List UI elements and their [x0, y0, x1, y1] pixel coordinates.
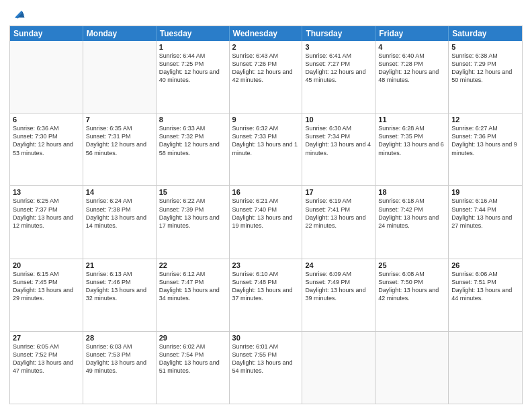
day-cell-24: 24Sunrise: 6:09 AM Sunset: 7:49 PM Dayli…	[302, 259, 375, 331]
empty-cell	[449, 332, 522, 404]
sun-info: Sunrise: 6:10 AM Sunset: 7:48 PM Dayligh…	[232, 270, 300, 303]
sun-info: Sunrise: 6:18 AM Sunset: 7:42 PM Dayligh…	[378, 197, 445, 230]
day-cell-5: 5Sunrise: 6:38 AM Sunset: 7:29 PM Daylig…	[449, 41, 522, 113]
empty-cell	[375, 332, 449, 404]
sun-info: Sunrise: 6:22 AM Sunset: 7:39 PM Dayligh…	[159, 197, 226, 230]
day-number: 26	[451, 261, 519, 269]
day-number: 10	[305, 116, 372, 124]
sun-info: Sunrise: 6:15 AM Sunset: 7:45 PM Dayligh…	[13, 270, 80, 303]
day-cell-7: 7Sunrise: 6:35 AM Sunset: 7:31 PM Daylig…	[83, 113, 157, 185]
sun-info: Sunrise: 6:03 AM Sunset: 7:53 PM Dayligh…	[86, 342, 153, 375]
calendar-row-4: 27Sunrise: 6:05 AM Sunset: 7:52 PM Dayli…	[10, 332, 522, 404]
header	[9, 7, 523, 21]
header-cell-thursday: Thursday	[302, 26, 375, 41]
sun-info: Sunrise: 6:05 AM Sunset: 7:52 PM Dayligh…	[13, 342, 80, 375]
day-cell-18: 18Sunrise: 6:18 AM Sunset: 7:42 PM Dayli…	[375, 186, 449, 258]
sun-info: Sunrise: 6:35 AM Sunset: 7:31 PM Dayligh…	[86, 124, 153, 157]
logo	[9, 7, 26, 21]
sun-info: Sunrise: 6:06 AM Sunset: 7:51 PM Dayligh…	[451, 270, 519, 303]
day-number: 20	[13, 261, 80, 269]
sun-info: Sunrise: 6:27 AM Sunset: 7:36 PM Dayligh…	[451, 124, 519, 157]
sun-info: Sunrise: 6:36 AM Sunset: 7:30 PM Dayligh…	[13, 124, 80, 157]
day-cell-28: 28Sunrise: 6:03 AM Sunset: 7:53 PM Dayli…	[83, 332, 157, 404]
sun-info: Sunrise: 6:02 AM Sunset: 7:54 PM Dayligh…	[159, 342, 226, 375]
day-number: 29	[159, 334, 226, 342]
day-cell-25: 25Sunrise: 6:08 AM Sunset: 7:50 PM Dayli…	[375, 259, 449, 331]
sun-info: Sunrise: 6:21 AM Sunset: 7:40 PM Dayligh…	[232, 197, 300, 230]
calendar-row-0: 1Sunrise: 6:44 AM Sunset: 7:25 PM Daylig…	[10, 41, 522, 113]
day-cell-21: 21Sunrise: 6:13 AM Sunset: 7:46 PM Dayli…	[83, 259, 157, 331]
day-number: 28	[86, 334, 153, 342]
day-cell-8: 8Sunrise: 6:33 AM Sunset: 7:32 PM Daylig…	[157, 113, 230, 185]
sun-info: Sunrise: 6:33 AM Sunset: 7:32 PM Dayligh…	[159, 124, 226, 157]
header-cell-friday: Friday	[375, 26, 449, 41]
day-cell-16: 16Sunrise: 6:21 AM Sunset: 7:40 PM Dayli…	[230, 186, 303, 258]
day-number: 13	[13, 188, 80, 196]
day-number: 9	[232, 116, 300, 124]
day-cell-17: 17Sunrise: 6:19 AM Sunset: 7:41 PM Dayli…	[302, 186, 375, 258]
day-cell-27: 27Sunrise: 6:05 AM Sunset: 7:52 PM Dayli…	[10, 332, 83, 404]
day-cell-3: 3Sunrise: 6:41 AM Sunset: 7:27 PM Daylig…	[302, 41, 375, 113]
sun-info: Sunrise: 6:09 AM Sunset: 7:49 PM Dayligh…	[305, 270, 372, 303]
day-cell-11: 11Sunrise: 6:28 AM Sunset: 7:35 PM Dayli…	[375, 113, 449, 185]
header-cell-saturday: Saturday	[449, 26, 522, 41]
calendar-body: 1Sunrise: 6:44 AM Sunset: 7:25 PM Daylig…	[10, 41, 522, 404]
sun-info: Sunrise: 6:41 AM Sunset: 7:27 PM Dayligh…	[305, 52, 372, 85]
day-number: 2	[232, 43, 300, 51]
day-number: 17	[305, 188, 372, 196]
calendar-row-1: 6Sunrise: 6:36 AM Sunset: 7:30 PM Daylig…	[10, 113, 522, 186]
day-cell-9: 9Sunrise: 6:32 AM Sunset: 7:33 PM Daylig…	[230, 113, 303, 185]
day-cell-20: 20Sunrise: 6:15 AM Sunset: 7:45 PM Dayli…	[10, 259, 83, 331]
calendar-row-2: 13Sunrise: 6:25 AM Sunset: 7:37 PM Dayli…	[10, 186, 522, 259]
day-cell-2: 2Sunrise: 6:43 AM Sunset: 7:26 PM Daylig…	[230, 41, 303, 113]
day-number: 22	[159, 261, 226, 269]
sun-info: Sunrise: 6:16 AM Sunset: 7:44 PM Dayligh…	[451, 197, 519, 230]
header-cell-tuesday: Tuesday	[157, 26, 230, 41]
empty-cell	[83, 41, 157, 113]
day-cell-1: 1Sunrise: 6:44 AM Sunset: 7:25 PM Daylig…	[157, 41, 230, 113]
sun-info: Sunrise: 6:13 AM Sunset: 7:46 PM Dayligh…	[86, 270, 153, 303]
sun-info: Sunrise: 6:32 AM Sunset: 7:33 PM Dayligh…	[232, 124, 300, 157]
sun-info: Sunrise: 6:30 AM Sunset: 7:34 PM Dayligh…	[305, 124, 372, 157]
calendar: SundayMondayTuesdayWednesdayThursdayFrid…	[9, 26, 523, 404]
sun-info: Sunrise: 6:25 AM Sunset: 7:37 PM Dayligh…	[13, 197, 80, 230]
day-number: 19	[451, 188, 519, 196]
day-number: 5	[451, 43, 519, 51]
day-cell-4: 4Sunrise: 6:40 AM Sunset: 7:28 PM Daylig…	[375, 41, 449, 113]
logo-icon	[11, 7, 26, 21]
header-cell-monday: Monday	[83, 26, 157, 41]
day-cell-23: 23Sunrise: 6:10 AM Sunset: 7:48 PM Dayli…	[230, 259, 303, 331]
day-number: 12	[451, 116, 519, 124]
sun-info: Sunrise: 6:43 AM Sunset: 7:26 PM Dayligh…	[232, 52, 300, 85]
header-cell-wednesday: Wednesday	[230, 26, 303, 41]
header-cell-sunday: Sunday	[10, 26, 83, 41]
day-cell-19: 19Sunrise: 6:16 AM Sunset: 7:44 PM Dayli…	[449, 186, 522, 258]
day-cell-6: 6Sunrise: 6:36 AM Sunset: 7:30 PM Daylig…	[10, 113, 83, 185]
day-number: 24	[305, 261, 372, 269]
day-number: 23	[232, 261, 300, 269]
day-cell-22: 22Sunrise: 6:12 AM Sunset: 7:47 PM Dayli…	[157, 259, 230, 331]
day-cell-13: 13Sunrise: 6:25 AM Sunset: 7:37 PM Dayli…	[10, 186, 83, 258]
day-number: 11	[378, 116, 445, 124]
day-number: 15	[159, 188, 226, 196]
day-number: 16	[232, 188, 300, 196]
day-number: 8	[159, 116, 226, 124]
sun-info: Sunrise: 6:40 AM Sunset: 7:28 PM Dayligh…	[378, 52, 445, 85]
day-number: 27	[13, 334, 80, 342]
day-number: 14	[86, 188, 153, 196]
sun-info: Sunrise: 6:38 AM Sunset: 7:29 PM Dayligh…	[451, 52, 519, 85]
day-cell-14: 14Sunrise: 6:24 AM Sunset: 7:38 PM Dayli…	[83, 186, 157, 258]
day-cell-26: 26Sunrise: 6:06 AM Sunset: 7:51 PM Dayli…	[449, 259, 522, 331]
sun-info: Sunrise: 6:19 AM Sunset: 7:41 PM Dayligh…	[305, 197, 372, 230]
day-number: 25	[378, 261, 445, 269]
day-cell-29: 29Sunrise: 6:02 AM Sunset: 7:54 PM Dayli…	[157, 332, 230, 404]
day-cell-30: 30Sunrise: 6:01 AM Sunset: 7:55 PM Dayli…	[230, 332, 303, 404]
calendar-header-row: SundayMondayTuesdayWednesdayThursdayFrid…	[10, 26, 522, 41]
sun-info: Sunrise: 6:24 AM Sunset: 7:38 PM Dayligh…	[86, 197, 153, 230]
empty-cell	[10, 41, 83, 113]
sun-info: Sunrise: 6:12 AM Sunset: 7:47 PM Dayligh…	[159, 270, 226, 303]
day-number: 30	[232, 334, 300, 342]
sun-info: Sunrise: 6:01 AM Sunset: 7:55 PM Dayligh…	[232, 342, 300, 375]
day-number: 21	[86, 261, 153, 269]
sun-info: Sunrise: 6:08 AM Sunset: 7:50 PM Dayligh…	[378, 270, 445, 303]
